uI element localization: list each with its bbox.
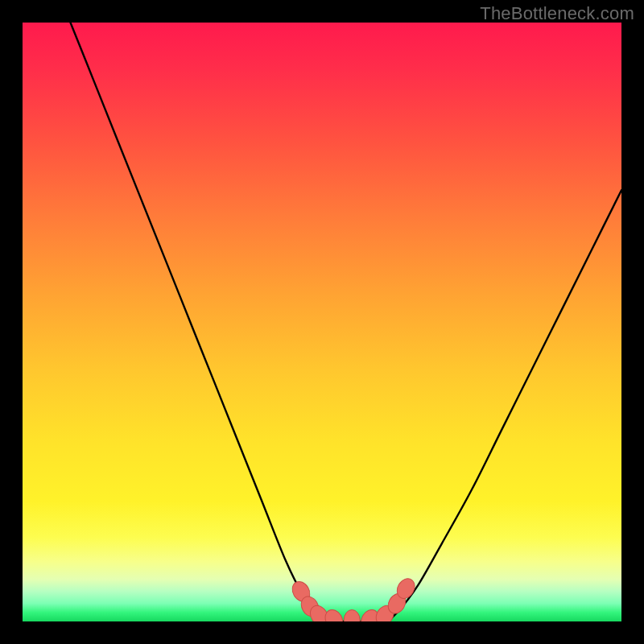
watermark-text: TheBottleneck.com: [480, 3, 634, 24]
plot-area: [23, 23, 621, 621]
chart-frame: TheBottleneck.com: [0, 0, 644, 644]
curve-layer: [23, 23, 621, 621]
bottleneck-curve: [71, 23, 622, 621]
curve-marker: [322, 607, 346, 621]
curve-marker: [344, 610, 360, 622]
